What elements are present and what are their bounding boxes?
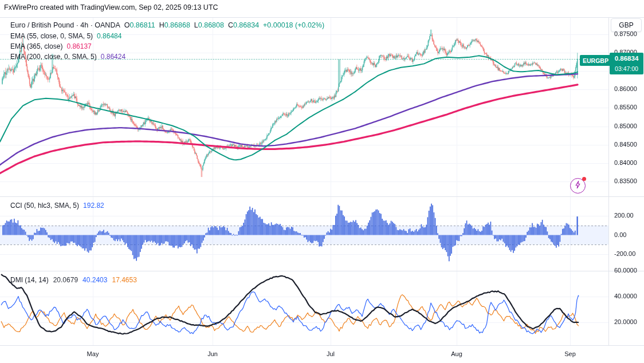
ohlc-letter: L (190, 21, 198, 29)
ema200-value: 0.86424 (101, 53, 125, 61)
ohlc-value: 0.86808 (198, 21, 224, 29)
price-axis-label: 0.87500 (614, 30, 637, 37)
ema365-row[interactable]: EMA (365, close)0.86137 (10, 41, 324, 52)
badge-countdown: 03:47:00 (610, 64, 643, 73)
ema200-label[interactable]: EMA (200, close, 0, SMA, 5) (10, 53, 97, 61)
symbol-interval: 4h (80, 21, 88, 29)
dmi-label[interactable]: DMI (14, 14) (10, 276, 49, 284)
lightning-icon (574, 180, 582, 191)
legend-separator: · (88, 21, 95, 29)
time-axis-month-label: Jun (207, 350, 218, 357)
symbol-name[interactable]: Euro / British Pound (10, 21, 74, 29)
ohlc-letter: O (120, 21, 130, 29)
cci-axis-label: 200.00 (614, 212, 634, 219)
dmi-axis-label: 60.0000 (614, 267, 637, 274)
price-axis-label: 0.86000 (614, 85, 637, 92)
price-axis-label: 0.85500 (614, 104, 637, 111)
ema365-value: 0.86137 (66, 42, 91, 50)
price-axis-label: 0.85000 (614, 123, 637, 129)
notification-dot (582, 177, 586, 181)
dmi-minusdi-value: 17.4653 (112, 276, 136, 284)
symbol-exchange: OANDA (95, 21, 120, 29)
quick-trade-button[interactable] (570, 178, 586, 194)
ohlc-value: 0.86811 (129, 21, 155, 29)
cci-axis-label: 0.00 (614, 231, 626, 238)
cci-label[interactable]: CCI (50, hlc3, SMA, 5) (10, 202, 79, 210)
ema200-row[interactable]: EMA (200, close, 0, SMA, 5)0.86424 (10, 52, 324, 62)
symbol-legend: Euro / British Pound · 4h · OANDA O0.868… (10, 20, 324, 62)
legend-separator: · (74, 21, 80, 29)
chart-window: FxWirePro created with TradingView.com, … (0, 0, 644, 363)
price-axis-label: 0.84000 (614, 159, 637, 166)
symbol-row[interactable]: Euro / British Pound · 4h · OANDA O0.868… (10, 20, 324, 30)
dmi-adx-value: 20.0679 (53, 276, 78, 284)
symbol-badge: EURGBP (580, 55, 611, 66)
badge-price: 0.86834 (610, 53, 643, 64)
ema55-label[interactable]: EMA (55, close, 0, SMA, 5) (10, 32, 93, 40)
time-axis-month-label: Sep (564, 350, 576, 357)
cci-legend-row[interactable]: CCI (50, hlc3, SMA, 5)192.82 (10, 200, 104, 211)
time-axis-month-label: Jul (327, 350, 335, 357)
ohlc-value: 0.86834 (233, 21, 259, 29)
price-axis-label: 0.84500 (614, 141, 637, 148)
ema55-row[interactable]: EMA (55, close, 0, SMA, 5)0.86484 (10, 31, 324, 41)
dmi-axis-label: 20.0000 (614, 318, 637, 325)
cci-value: 192.82 (83, 202, 104, 210)
ohlc-value: 0.86868 (164, 21, 190, 29)
ema55-value: 0.86484 (97, 32, 121, 40)
change-value: +0.00018 (+0.02%) (259, 21, 324, 29)
time-axis-month-label: Aug (451, 350, 462, 357)
time-axis-month-label: May (87, 350, 99, 357)
ohlc-letter: C (224, 21, 233, 29)
price-badge: 0.86834 03:47:00 (610, 53, 643, 74)
cci-axis-label: -200.00 (614, 250, 635, 257)
dmi-legend-row[interactable]: DMI (14, 14)20.067940.240317.4653 (10, 275, 142, 285)
ohlc-letter: H (155, 21, 164, 29)
price-axis-label: 0.83500 (614, 177, 637, 184)
ema365-label[interactable]: EMA (365, close) (10, 42, 62, 50)
dmi-axis-label: 40.0000 (614, 293, 637, 299)
dmi-plusdi-value: 40.2403 (83, 276, 107, 284)
watermark-title: FxWirePro created with TradingView.com, … (4, 3, 218, 11)
